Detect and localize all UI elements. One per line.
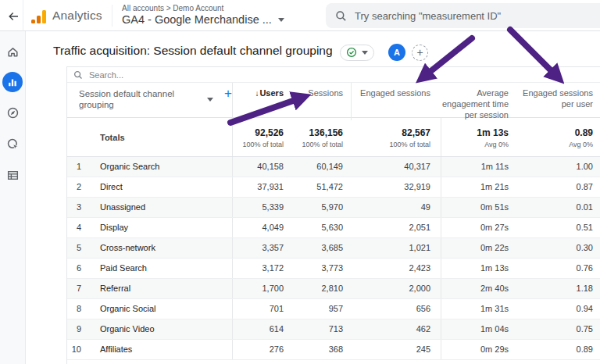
row-rank: 3 [67,198,88,217]
row-avg-engagement-time: 0m 29s [441,340,519,359]
row-avg-engagement-time: 1m 21s [441,177,519,197]
row-sessions: 2,810 [291,279,351,298]
table-row[interactable]: 8 Organic Social 701 957 656 1m 31s 0.94 [67,299,600,319]
totals-row: Totals 92,526 100% of total 136,156 100%… [67,118,600,157]
row-users: 37,931 [232,177,291,197]
row-sessions: 5,970 [291,198,351,217]
row-channel: Organic Social [88,299,232,319]
topbar: Analytics All accounts > Demo Account GA… [0,0,600,31]
table-row[interactable]: 3 Unassigned 5,339 5,970 49 0m 51s 0.01 [67,198,600,218]
library-icon [6,169,20,182]
row-engaged-sessions-per-user: 1.00 [519,157,600,177]
table-header-row: Session default channel grouping + ↓User… [67,83,600,118]
add-dimension-button[interactable]: + [224,88,232,99]
table-row[interactable]: 2 Direct 37,931 51,472 32,919 1m 21s 0.8… [67,177,600,198]
chevron-down-icon [362,51,368,55]
row-engaged-sessions-per-user: 0.89 [519,340,600,359]
row-avg-engagement-time: 1m 13s [441,259,519,278]
row-channel: Paid Search [88,259,232,278]
data-quality-badge[interactable] [340,45,374,61]
row-channel: Organic Search [88,157,232,177]
sidebar-item-reports[interactable] [2,72,23,92]
row-engaged-sessions-per-user: 0.01 [519,198,600,217]
row-engaged-sessions: 656 [351,299,441,319]
column-header-engaged-sessions-per-user[interactable]: Engaged sessions per user [519,83,600,120]
explore-icon [6,106,20,120]
table-search[interactable] [67,67,600,83]
row-avg-engagement-time: 0m 27s [441,218,519,237]
row-engaged-sessions: 245 [351,340,441,359]
column-header-engaged-sessions[interactable]: Engaged sessions [351,83,441,120]
row-rank: 2 [67,177,88,197]
row-channel: Referral [88,279,232,298]
row-engaged-sessions-per-user: 0.75 [519,319,600,339]
add-comparison-button[interactable]: + [412,45,428,61]
table-search-input[interactable] [89,70,245,80]
row-sessions: 3,685 [291,238,351,258]
account-divider [112,5,112,27]
sort-descending-icon: ↓ [255,89,259,98]
table-row[interactable]: 9 Organic Video 614 713 462 1m 04s 0.75 [67,319,600,340]
arrow-left-icon [7,10,20,23]
row-users: 1,700 [232,279,291,298]
row-engaged-sessions: 40,317 [351,157,441,177]
back-button[interactable] [5,8,22,25]
row-sessions: 5,630 [291,218,351,237]
row-users: 5,339 [232,198,291,217]
row-engaged-sessions-per-user: 0.76 [519,259,600,278]
sidebar-item-explore[interactable] [2,102,23,123]
row-avg-engagement-time: 1m 31s [441,299,519,319]
row-engaged-sessions: 49 [351,198,441,217]
bar-chart-icon [7,77,18,87]
totals-engaged-sessions: 82,567 100% of total [351,118,441,156]
row-sessions: 368 [291,340,351,359]
row-users: 614 [232,319,291,339]
totals-avg-engagement-time: 1m 13s Avg 0% [441,118,519,156]
row-rank: 1 [67,157,88,177]
row-sessions: 713 [291,319,351,339]
sidebar [0,31,26,364]
row-engaged-sessions-per-user: 0.51 [519,218,600,237]
row-avg-engagement-time: 0m 22s [441,238,519,258]
global-search[interactable] [326,3,600,28]
row-engaged-sessions-per-user: 0.94 [519,299,600,319]
row-rank: 10 [67,340,88,359]
chevron-down-icon [278,18,284,22]
search-icon [335,10,347,22]
page-title: Traffic acquisition: Session default cha… [53,44,333,58]
analytics-logo-icon[interactable] [31,10,47,23]
table-row[interactable]: 1 Organic Search 40,158 60,149 40,317 1m… [67,157,600,177]
sidebar-item-home[interactable] [2,41,23,62]
row-users: 276 [232,340,291,359]
account-selector[interactable]: GA4 - Google Merchandise ... [122,13,284,26]
column-header-sessions[interactable]: Sessions [291,83,351,120]
avatar[interactable]: A [388,44,405,61]
row-engaged-sessions-per-user: 0.87 [519,177,600,197]
table-row[interactable]: 10 Affiliates 276 368 245 0m 29s 0.89 [67,340,600,360]
row-engaged-sessions: 2,051 [351,218,441,237]
totals-engaged-sessions-per-user: 0.89 Avg 0% [519,118,600,156]
table-row[interactable]: 7 Referral 1,700 2,810 2,000 2m 40s 1.18 [67,279,600,299]
row-engaged-sessions: 2,423 [351,259,441,278]
row-users: 4,049 [232,218,291,237]
dimension-header-dropdown[interactable]: Session default channel grouping + [67,83,232,120]
breadcrumb: All accounts > Demo Account [122,4,223,12]
column-header-users[interactable]: ↓Users [232,83,291,120]
advertising-icon [6,137,20,151]
table-row[interactable]: 5 Cross-network 3,357 3,685 1,021 0m 22s… [67,238,600,259]
column-header-avg-engagement-time[interactable]: Average engagement time per session [441,83,519,120]
row-avg-engagement-time: 0m 51s [441,198,519,217]
row-engaged-sessions: 32,919 [351,177,441,197]
sidebar-item-library[interactable] [2,164,23,186]
table-row[interactable]: 4 Display 4,049 5,630 2,051 0m 27s 0.51 [67,218,600,238]
sidebar-item-advertising[interactable] [2,133,23,155]
row-channel: Unassigned [88,198,232,217]
row-rank: 6 [67,259,88,278]
table-row[interactable]: 6 Paid Search 3,172 3,773 2,423 1m 13s 0… [67,259,600,279]
row-avg-engagement-time: 1m 11s [441,157,519,177]
report-header-controls: A + [340,44,428,61]
row-rank: 4 [67,218,88,237]
row-engaged-sessions: 462 [351,319,441,339]
global-search-input[interactable] [355,10,558,22]
report-content: Traffic acquisition: Session default cha… [26,31,600,364]
